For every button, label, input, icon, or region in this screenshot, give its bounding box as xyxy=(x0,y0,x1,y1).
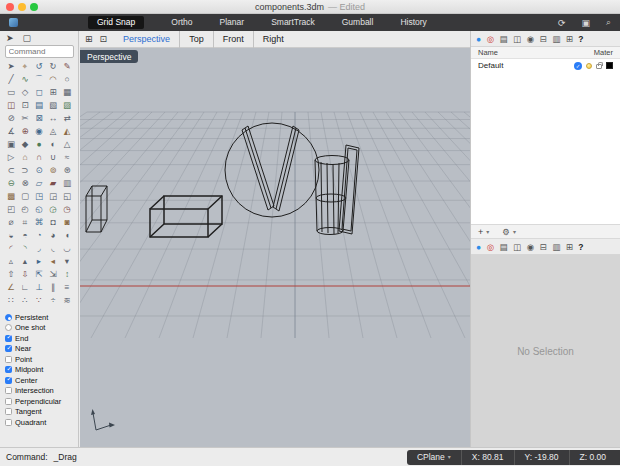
tool-icon[interactable]: ∿ xyxy=(18,73,32,86)
tool-icon[interactable]: ◞ xyxy=(32,242,46,255)
tool-icon[interactable]: ◷ xyxy=(60,203,74,216)
tool-icon[interactable]: ◭ xyxy=(60,125,74,138)
tool-icon[interactable]: ▢ xyxy=(18,190,32,203)
tool-icon[interactable]: ▨ xyxy=(60,99,74,112)
tool-icon[interactable]: ⌘ xyxy=(32,216,46,229)
book-icon[interactable]: ▥ xyxy=(552,239,560,255)
toolbar-item-ortho[interactable]: Ortho xyxy=(171,16,192,29)
viewport-tab-top[interactable]: Top xyxy=(179,31,213,48)
tool-icon[interactable]: ▤ xyxy=(32,99,46,112)
layer-color-swatch[interactable] xyxy=(606,62,613,69)
tool-icon[interactable]: ◬ xyxy=(46,125,60,138)
tool-icon[interactable]: ▩ xyxy=(4,190,18,203)
tool-icon[interactable]: ● xyxy=(32,138,46,151)
tool-icon[interactable]: ◕ xyxy=(46,229,60,242)
tool-icon[interactable]: ⌂ xyxy=(18,151,32,164)
camera-icon[interactable]: ◉ xyxy=(527,31,534,47)
monitor-icon[interactable]: ⊟ xyxy=(540,31,547,47)
tool-icon[interactable]: ◫ xyxy=(4,99,18,112)
page-icon[interactable]: ▤ xyxy=(500,239,508,255)
tool-icon[interactable]: ➤ xyxy=(4,60,18,73)
osnap-option-center[interactable]: Center xyxy=(5,375,78,386)
lock-icon[interactable] xyxy=(596,64,602,69)
tool-icon[interactable]: ↻ xyxy=(46,60,60,73)
osnap-option-persistent[interactable]: Persistent xyxy=(5,312,78,323)
tool-icon[interactable]: ▧ xyxy=(46,99,60,112)
sphere-icon[interactable]: ● xyxy=(476,239,481,255)
osnap-option-midpoint[interactable]: Midpoint xyxy=(5,365,78,376)
visibility-bulb-icon[interactable] xyxy=(586,63,592,69)
tool-icon[interactable]: ◙ xyxy=(60,216,74,229)
toolbar-item-grid-snap[interactable]: Grid Snap xyxy=(88,16,144,29)
toolbar-item-gumball[interactable]: Gumball xyxy=(342,16,374,29)
osnap-option-quadrant[interactable]: Quadrant xyxy=(5,417,78,428)
tool-icon[interactable]: ∟ xyxy=(18,281,32,294)
toolbar-item-smarttrack[interactable]: SmartTrack xyxy=(271,16,315,29)
gear-icon[interactable]: ⚙ xyxy=(502,227,510,237)
panel-icon[interactable]: ▢ xyxy=(23,33,32,43)
tool-icon[interactable]: ◓ xyxy=(18,229,32,242)
library-icon[interactable]: ▣ xyxy=(581,18,590,28)
tool-icon[interactable]: ◔ xyxy=(32,229,46,242)
tool-icon[interactable]: ◂ xyxy=(46,255,60,268)
tool-icon[interactable]: ✎ xyxy=(60,60,74,73)
tool-icon[interactable]: ◠ xyxy=(46,73,60,86)
tool-icon[interactable]: ⊙ xyxy=(32,164,46,177)
monitor-icon[interactable]: ⊟ xyxy=(540,239,547,255)
osnap-option-one-shot[interactable]: One shot xyxy=(5,323,78,334)
tool-icon[interactable]: ∴ xyxy=(18,294,32,307)
help-icon[interactable]: ? xyxy=(578,239,583,255)
tool-icon[interactable]: ◰ xyxy=(4,203,18,216)
sphere-icon[interactable]: ● xyxy=(476,31,481,47)
target-icon[interactable]: ◎ xyxy=(487,239,494,255)
tool-icon[interactable]: ◱ xyxy=(60,190,74,203)
tool-icon[interactable]: ▾ xyxy=(60,255,74,268)
osnap-option-perpendicular[interactable]: Perpendicular xyxy=(5,396,78,407)
tool-icon[interactable]: ↺ xyxy=(32,60,46,73)
tool-icon[interactable]: ∷ xyxy=(4,294,18,307)
tool-icon[interactable]: ╱ xyxy=(4,73,18,86)
book-icon[interactable]: ▥ xyxy=(552,31,560,47)
osnap-option-point[interactable]: Point xyxy=(5,354,78,365)
tool-icon[interactable]: ⊘ xyxy=(4,112,18,125)
tool-icon[interactable]: ▵ xyxy=(4,255,18,268)
tool-icon[interactable]: ▷ xyxy=(4,151,18,164)
tool-icon[interactable]: ▦ xyxy=(60,86,74,99)
osnap-option-near[interactable]: Near xyxy=(5,344,78,355)
tool-icon[interactable]: ○ xyxy=(60,73,74,86)
tool-icon[interactable]: ◶ xyxy=(46,203,60,216)
layer-row[interactable]: Default xyxy=(471,59,620,72)
tool-icon[interactable]: ⊠ xyxy=(32,112,46,125)
tool-icon[interactable]: ↔ xyxy=(46,112,60,125)
tool-icon[interactable]: ◉ xyxy=(32,125,46,138)
tool-icon[interactable]: ▰ xyxy=(46,177,60,190)
tool-icon[interactable]: ∵ xyxy=(32,294,46,307)
tool-icon[interactable]: ⊖ xyxy=(4,177,18,190)
tool-icon[interactable]: ∠ xyxy=(4,281,18,294)
viewport-tab-perspective[interactable]: Perspective xyxy=(114,31,179,48)
tool-icon[interactable]: ⇩ xyxy=(18,268,32,281)
page-icon[interactable]: ▤ xyxy=(500,31,508,47)
tool-icon[interactable]: ∪ xyxy=(46,151,60,164)
camera-icon[interactable]: ◉ xyxy=(527,239,534,255)
medium-box-wireframe[interactable] xyxy=(150,196,222,237)
toolbar-item-planar[interactable]: Planar xyxy=(220,16,245,29)
tool-icon[interactable]: ⊡ xyxy=(18,99,32,112)
tool-icon[interactable]: ⌒ xyxy=(32,73,46,86)
tool-icon[interactable]: ⊞ xyxy=(46,86,60,99)
tool-icon[interactable]: ◜ xyxy=(4,242,18,255)
tool-icon[interactable]: ◒ xyxy=(4,229,18,242)
tool-icon[interactable]: ✂ xyxy=(18,112,32,125)
osnap-option-tangent[interactable]: Tangent xyxy=(5,407,78,418)
command-search-input[interactable] xyxy=(5,45,74,58)
layout-grid-icon[interactable]: ⊞ xyxy=(85,34,93,44)
tool-icon[interactable]: ◡ xyxy=(60,242,74,255)
tool-icon[interactable]: ⊂ xyxy=(4,164,18,177)
tool-icon[interactable]: ◻ xyxy=(32,86,46,99)
tool-icon[interactable]: ⊚ xyxy=(46,164,60,177)
viewport-tab-front[interactable]: Front xyxy=(213,31,253,48)
help-icon[interactable]: ? xyxy=(578,31,583,47)
current-layer-icon[interactable] xyxy=(574,62,582,70)
tool-icon[interactable]: ◳ xyxy=(32,190,46,203)
tool-icon[interactable]: ⌖ xyxy=(18,60,32,73)
